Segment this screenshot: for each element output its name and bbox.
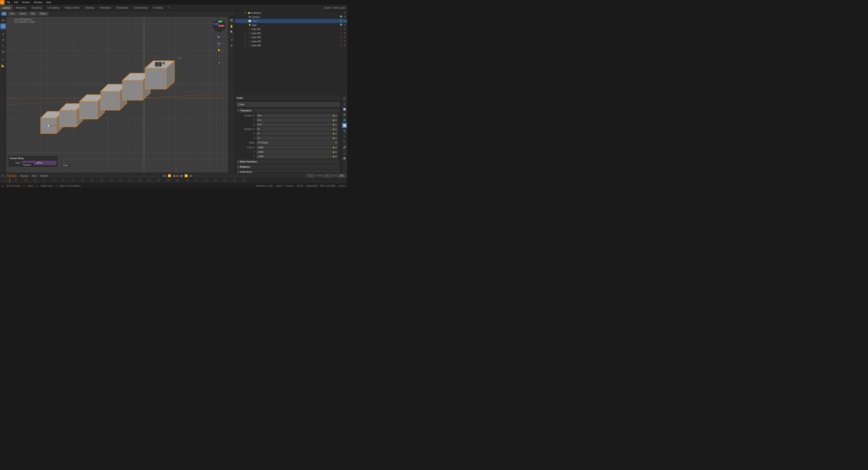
tab-compositing[interactable]: Compositing: [131, 4, 150, 11]
outliner-item-cube002[interactable]: ▽ ▽ Cube.002 ▽ 👁: [235, 31, 347, 35]
vp-tool-cam[interactable]: 📷: [229, 18, 235, 23]
tool-measure[interactable]: 📐: [0, 63, 6, 68]
rot-y-lock[interactable]: 🔒: [333, 133, 335, 135]
rot-z-lock[interactable]: 🔒: [333, 137, 335, 139]
scale-z-field[interactable]: 1.000 🔒 ◆: [256, 155, 338, 158]
vp-icon-pan[interactable]: ✋: [217, 48, 221, 53]
tab-uv-editing[interactable]: UV Editing: [45, 4, 62, 11]
tool-move[interactable]: ✛: [0, 31, 6, 37]
tool-annotate[interactable]: ✏: [0, 57, 6, 62]
tab-add[interactable]: +: [166, 6, 171, 9]
rotation-z-field[interactable]: 0° 🔒 ◆: [256, 136, 338, 140]
cube003-vis-eye[interactable]: 👁: [343, 36, 346, 39]
tool-rotate[interactable]: ↺: [0, 37, 6, 43]
outliner-item-cube004[interactable]: ▽ ▽ Cube.004 ▽ 👁: [235, 39, 347, 43]
menu-window[interactable]: Window: [32, 0, 44, 4]
prop-tab-render[interactable]: 🎥: [342, 96, 347, 101]
next-keyframe-btn[interactable]: ⏩: [184, 174, 188, 177]
prop-tab-world[interactable]: 🌐: [342, 118, 347, 123]
lock-icon[interactable]: 🔒: [333, 115, 335, 117]
timeline-marker-menu[interactable]: Marker: [39, 175, 50, 177]
col-vis-eye[interactable]: 👁: [343, 11, 346, 14]
view-menu[interactable]: View: [8, 12, 17, 15]
tool-scale[interactable]: ⤡: [0, 43, 6, 49]
timeline-playhead[interactable]: [9, 179, 10, 183]
vp-icon-camera[interactable]: 📷: [217, 41, 221, 46]
tab-rendering[interactable]: Rendering: [114, 4, 131, 11]
timeline-playback-menu[interactable]: Playback: [5, 175, 18, 177]
jump-end-btn[interactable]: ⏭: [189, 174, 193, 177]
tool-select[interactable]: ↖: [0, 24, 6, 29]
menu-edit[interactable]: Edit: [12, 0, 20, 4]
scale-y-field[interactable]: 1.000 🔒 ◆: [256, 150, 338, 154]
next-frame-btn[interactable]: ▶: [180, 174, 183, 177]
prop-tab-modifiers[interactable]: 🔧: [342, 128, 347, 133]
scale-y-anim[interactable]: ◆: [335, 151, 337, 153]
prev-keyframe-btn[interactable]: ⏪: [167, 174, 172, 177]
vp-icon-orbit[interactable]: ↺: [217, 54, 221, 59]
vp-tool-zoom[interactable]: 🔍: [229, 29, 235, 35]
outliner-item-cube001[interactable]: ▽ ▽ Cube.001 ▽ 👁: [235, 27, 347, 31]
cam-vis-eye[interactable]: 👁: [343, 15, 346, 19]
outliner-item-light[interactable]: 💡 Light 👁: [235, 23, 347, 27]
current-frame-field[interactable]: [306, 174, 315, 177]
scale-z-anim[interactable]: ◆: [335, 155, 337, 157]
select-menu[interactable]: Select: [18, 12, 28, 15]
lock-z-icon[interactable]: 🔒: [333, 124, 335, 126]
object-menu[interactable]: Object: [38, 12, 49, 15]
vp-tool-orbit[interactable]: ↺: [229, 37, 235, 43]
play-btn[interactable]: ▶: [176, 174, 179, 177]
relations-header[interactable]: ▶ Relations: [237, 165, 340, 169]
vp-icon-view[interactable]: ⊞: [217, 60, 221, 65]
rotation-x-field[interactable]: 0° 🔒 ◆: [256, 127, 338, 131]
scale-z-lock[interactable]: 🔒: [333, 155, 335, 157]
blender-logo[interactable]: B: [0, 0, 4, 4]
vp-tool-pan[interactable]: ✋: [229, 24, 235, 29]
tab-scripting[interactable]: Scripting: [150, 4, 166, 11]
timeline-view-menu[interactable]: View: [30, 175, 38, 177]
delta-transform-header[interactable]: ▶ Delta Transform: [237, 159, 340, 164]
obj-name-field[interactable]: Cube: [237, 102, 340, 107]
scale-x-lock[interactable]: 🔒: [333, 147, 335, 149]
prop-tab-output[interactable]: 🖨: [342, 101, 347, 106]
vp-tool-view[interactable]: 👁: [229, 43, 235, 49]
cube002-vis-eye[interactable]: 👁: [343, 32, 346, 35]
steps-arrow-right[interactable]: ▶: [41, 162, 42, 164]
menu-help[interactable]: Help: [44, 0, 53, 4]
outliner-item-cube[interactable]: ⬜ Cube 👁: [235, 19, 347, 23]
cube005-vis-eye[interactable]: 👁: [343, 44, 346, 47]
timeline-ruler[interactable]: 0 10 20 30 40 50 60 70 80 90 100 110 120…: [0, 179, 347, 183]
transform-section-header[interactable]: ▼ Transform: [237, 108, 340, 113]
location-z-field[interactable]: 0 m 🔒 ◆: [256, 123, 338, 126]
location-y-field[interactable]: 0 m 🔒 ◆: [256, 118, 338, 122]
scale-y-lock[interactable]: 🔒: [333, 151, 335, 153]
menu-render[interactable]: Render: [20, 0, 32, 4]
tab-layout[interactable]: Layout: [0, 4, 13, 11]
prop-tab-data[interactable]: △: [342, 150, 347, 155]
prop-tab-object[interactable]: ⬜: [342, 123, 347, 128]
cube-6[interactable]: [145, 61, 175, 89]
jump-start-btn[interactable]: ⏮: [163, 174, 166, 177]
outliner-item-cube005[interactable]: ▽ ▽ Cube.005 ▽ 👁: [235, 43, 347, 48]
location-x-field[interactable]: 0 m 🔒 ◆: [256, 114, 338, 117]
light-vis-eye[interactable]: 👁: [343, 24, 346, 27]
cube004-vis-eye[interactable]: 👁: [343, 40, 346, 43]
rotation-y-field[interactable]: 0° 🔒 ◆: [256, 132, 338, 135]
prop-tab-material[interactable]: ⬤: [342, 155, 347, 160]
prev-frame-btn[interactable]: ◀: [173, 174, 176, 177]
vp-icon-zoom-in[interactable]: 🔍: [217, 35, 221, 40]
prop-tab-view-layer[interactable]: 🔢: [342, 107, 347, 112]
outliner-item-cube003[interactable]: ▽ ▽ Cube.003 ▽ 👁: [235, 35, 347, 39]
steps-arrow-left[interactable]: ◀: [36, 162, 38, 164]
prop-tab-physics[interactable]: ⚛: [342, 139, 347, 144]
prop-tab-particles[interactable]: ✦: [342, 134, 347, 139]
tab-texture-paint[interactable]: Texture Paint: [62, 4, 82, 11]
anim-icon[interactable]: ◆: [335, 115, 337, 117]
tool-cursor[interactable]: ⊕: [0, 18, 6, 23]
rot-y-anim[interactable]: ◆: [335, 133, 337, 135]
menu-file[interactable]: File: [4, 0, 12, 4]
anim-z-icon[interactable]: ◆: [335, 124, 337, 126]
end-frame-field[interactable]: [337, 174, 346, 177]
prop-tab-constraints[interactable]: 🔗: [342, 145, 347, 150]
tool-transform[interactable]: ⊞: [0, 49, 6, 55]
